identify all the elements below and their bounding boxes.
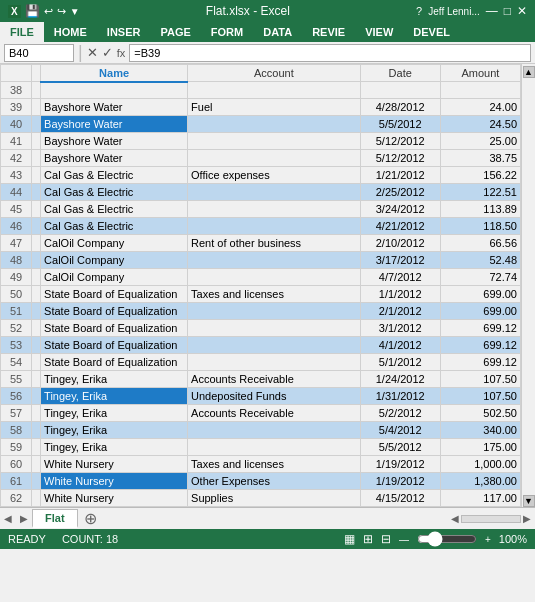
zoom-out-icon[interactable]: — bbox=[399, 534, 409, 545]
cell-a-50[interactable] bbox=[32, 286, 41, 303]
scroll-tabs-right[interactable]: ▶ bbox=[16, 513, 32, 524]
cell-b-58[interactable]: Tingey, Erika bbox=[41, 422, 188, 439]
cell-c-43[interactable]: Office expenses bbox=[188, 167, 361, 184]
cell-b-48[interactable]: CalOil Company bbox=[41, 252, 188, 269]
cell-c-41[interactable] bbox=[188, 133, 361, 150]
cell-d-62[interactable]: 4/15/2012 bbox=[360, 490, 440, 507]
table-row[interactable]: 38 bbox=[1, 82, 521, 99]
cell-a-55[interactable] bbox=[32, 371, 41, 388]
cell-c-57[interactable]: Accounts Receivable bbox=[188, 405, 361, 422]
table-row[interactable]: 48CalOil Company3/17/201252.48 bbox=[1, 252, 521, 269]
cell-b-55[interactable]: Tingey, Erika bbox=[41, 371, 188, 388]
cell-b-49[interactable]: CalOil Company bbox=[41, 269, 188, 286]
table-row[interactable]: 58Tingey, Erika5/4/2012340.00 bbox=[1, 422, 521, 439]
col-c-header[interactable]: Account bbox=[188, 65, 361, 82]
table-row[interactable]: 52State Board of Equalization3/1/2012699… bbox=[1, 320, 521, 337]
cell-c-40[interactable] bbox=[188, 116, 361, 133]
cell-d-45[interactable]: 3/24/2012 bbox=[360, 201, 440, 218]
page-layout-icon[interactable]: ⊞ bbox=[363, 532, 373, 546]
cell-a-44[interactable] bbox=[32, 184, 41, 201]
cell-b-52[interactable]: State Board of Equalization bbox=[41, 320, 188, 337]
cell-e-62[interactable]: 117.00 bbox=[440, 490, 520, 507]
h-scroll-left[interactable]: ◀ bbox=[451, 513, 459, 524]
table-row[interactable]: 54State Board of Equalization5/1/2012699… bbox=[1, 354, 521, 371]
cell-e-38[interactable] bbox=[440, 82, 520, 99]
cell-b-60[interactable]: White Nursery bbox=[41, 456, 188, 473]
cell-d-40[interactable]: 5/5/2012 bbox=[360, 116, 440, 133]
cell-b-38[interactable] bbox=[41, 82, 188, 99]
quick-access-redo[interactable]: ↪ bbox=[57, 5, 66, 18]
cell-c-48[interactable] bbox=[188, 252, 361, 269]
tab-page[interactable]: PAGE bbox=[150, 22, 200, 42]
formula-input[interactable] bbox=[129, 44, 531, 62]
cell-c-54[interactable] bbox=[188, 354, 361, 371]
cell-a-49[interactable] bbox=[32, 269, 41, 286]
tab-form[interactable]: FORM bbox=[201, 22, 253, 42]
cell-b-44[interactable]: Cal Gas & Electric bbox=[41, 184, 188, 201]
h-scrollbar-track[interactable] bbox=[461, 515, 521, 523]
table-row[interactable]: 40Bayshore Water5/5/201224.50 bbox=[1, 116, 521, 133]
zoom-level[interactable]: 100% bbox=[499, 533, 527, 545]
cell-b-46[interactable]: Cal Gas & Electric bbox=[41, 218, 188, 235]
cell-d-52[interactable]: 3/1/2012 bbox=[360, 320, 440, 337]
scroll-tabs-left[interactable]: ◀ bbox=[0, 513, 16, 524]
minimize-button[interactable]: — bbox=[486, 4, 498, 18]
cell-c-50[interactable]: Taxes and licenses bbox=[188, 286, 361, 303]
cell-e-46[interactable]: 118.50 bbox=[440, 218, 520, 235]
cell-e-59[interactable]: 175.00 bbox=[440, 439, 520, 456]
tab-devel[interactable]: DEVEL bbox=[403, 22, 460, 42]
table-row[interactable]: 43Cal Gas & ElectricOffice expenses1/21/… bbox=[1, 167, 521, 184]
cell-d-59[interactable]: 5/5/2012 bbox=[360, 439, 440, 456]
cell-b-56[interactable]: Tingey, Erika bbox=[41, 388, 188, 405]
cell-d-47[interactable]: 2/10/2012 bbox=[360, 235, 440, 252]
cell-e-43[interactable]: 156.22 bbox=[440, 167, 520, 184]
cell-a-53[interactable] bbox=[32, 337, 41, 354]
tab-view[interactable]: VIEW bbox=[355, 22, 403, 42]
horizontal-scroll[interactable]: ◀ ▶ bbox=[451, 513, 535, 524]
cell-d-61[interactable]: 1/19/2012 bbox=[360, 473, 440, 490]
cell-c-44[interactable] bbox=[188, 184, 361, 201]
table-row[interactable]: 47CalOil CompanyRent of other business2/… bbox=[1, 235, 521, 252]
help-icon[interactable]: ? bbox=[416, 5, 422, 17]
tab-insert[interactable]: INSER bbox=[97, 22, 151, 42]
cell-c-45[interactable] bbox=[188, 201, 361, 218]
cell-e-42[interactable]: 38.75 bbox=[440, 150, 520, 167]
cell-c-42[interactable] bbox=[188, 150, 361, 167]
cell-c-46[interactable] bbox=[188, 218, 361, 235]
table-row[interactable]: 61White NurseryOther Expenses1/19/20121,… bbox=[1, 473, 521, 490]
cell-e-58[interactable]: 340.00 bbox=[440, 422, 520, 439]
cell-e-57[interactable]: 502.50 bbox=[440, 405, 520, 422]
cell-b-41[interactable]: Bayshore Water bbox=[41, 133, 188, 150]
sheet-tab-flat[interactable]: Flat bbox=[32, 509, 78, 528]
cell-d-60[interactable]: 1/19/2012 bbox=[360, 456, 440, 473]
cell-e-54[interactable]: 699.12 bbox=[440, 354, 520, 371]
cell-d-39[interactable]: 4/28/2012 bbox=[360, 99, 440, 116]
table-row[interactable]: 57Tingey, ErikaAccounts Receivable5/2/20… bbox=[1, 405, 521, 422]
cell-a-45[interactable] bbox=[32, 201, 41, 218]
cell-reference-box[interactable] bbox=[4, 44, 74, 62]
cell-d-56[interactable]: 1/31/2012 bbox=[360, 388, 440, 405]
cell-d-54[interactable]: 5/1/2012 bbox=[360, 354, 440, 371]
cell-d-41[interactable]: 5/12/2012 bbox=[360, 133, 440, 150]
cell-b-51[interactable]: State Board of Equalization bbox=[41, 303, 188, 320]
tab-file[interactable]: FILE bbox=[0, 22, 44, 42]
table-row[interactable]: 59Tingey, Erika5/5/2012175.00 bbox=[1, 439, 521, 456]
cell-e-53[interactable]: 699.12 bbox=[440, 337, 520, 354]
cell-a-57[interactable] bbox=[32, 405, 41, 422]
cell-a-46[interactable] bbox=[32, 218, 41, 235]
cell-d-43[interactable]: 1/21/2012 bbox=[360, 167, 440, 184]
cell-c-38[interactable] bbox=[188, 82, 361, 99]
cell-c-53[interactable] bbox=[188, 337, 361, 354]
cell-c-47[interactable]: Rent of other business bbox=[188, 235, 361, 252]
cell-b-50[interactable]: State Board of Equalization bbox=[41, 286, 188, 303]
formula-confirm-icon[interactable]: ✓ bbox=[102, 45, 113, 60]
cell-c-61[interactable]: Other Expenses bbox=[188, 473, 361, 490]
cell-d-42[interactable]: 5/12/2012 bbox=[360, 150, 440, 167]
cell-d-38[interactable] bbox=[360, 82, 440, 99]
cell-e-50[interactable]: 699.00 bbox=[440, 286, 520, 303]
zoom-in-icon[interactable]: + bbox=[485, 534, 491, 545]
formula-cancel-icon[interactable]: ✕ bbox=[87, 45, 98, 60]
cell-d-55[interactable]: 1/24/2012 bbox=[360, 371, 440, 388]
table-row[interactable]: 42Bayshore Water5/12/201238.75 bbox=[1, 150, 521, 167]
cell-c-60[interactable]: Taxes and licenses bbox=[188, 456, 361, 473]
